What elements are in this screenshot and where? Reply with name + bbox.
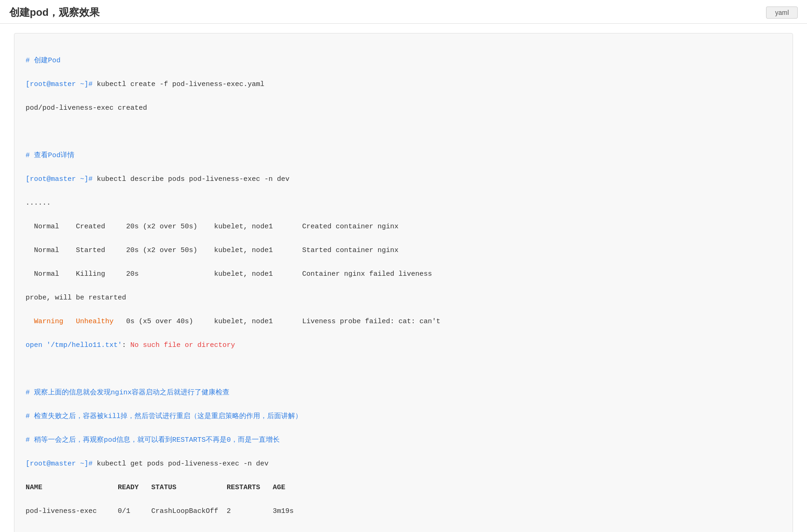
page-title: 创建pod，观察效果 <box>9 6 100 20</box>
dots-line: ...... <box>26 197 781 209</box>
section1-comment: # 创建Pod <box>26 55 781 67</box>
event-row3: Normal Killing 20s kubelet, node1 Contai… <box>26 268 781 280</box>
table-header-row: NAME READY STATUS RESTARTS AGE <box>26 482 781 494</box>
section2-comment: # 查看Pod详情 <box>26 150 781 162</box>
header-bar: 创建pod，观察效果 yaml <box>0 0 807 24</box>
blank2 <box>26 363 781 375</box>
event-row1: Normal Created 20s (x2 over 50s) kubelet… <box>26 221 781 233</box>
yaml-badge: yaml <box>766 7 798 19</box>
code-block: # 创建Pod [root@master ~]# kubectl create … <box>14 33 793 532</box>
section3-comment2: # 检查失败之后，容器被kill掉，然后尝试进行重启（这是重启策略的作用，后面讲… <box>26 411 781 423</box>
describe-cmd-line: [root@master ~]# kubectl describe pods p… <box>26 173 781 186</box>
get-pods-cmd: [root@master ~]# kubectl get pods pod-li… <box>26 458 781 470</box>
section3-comment1: # 观察上面的信息就会发现nginx容器启动之后就进行了健康检查 <box>26 387 781 399</box>
page-container: 创建pod，观察效果 yaml # 创建Pod [root@master ~]#… <box>0 0 807 532</box>
event-row4: Warning Unhealthy 0s (x5 over 40s) kubel… <box>26 316 781 328</box>
event-row3-cont: probe, will be restarted <box>26 292 781 304</box>
table-data-row: pod-liveness-exec 0/1 CrashLoopBackOff 2… <box>26 505 781 518</box>
create-output: pod/pod-liveness-exec created <box>26 102 781 114</box>
section3-comment3: # 稍等一会之后，再观察pod信息，就可以看到RESTARTS不再是0，而是一直… <box>26 434 781 446</box>
blank3 <box>26 529 781 532</box>
event-row2: Normal Started 20s (x2 over 50s) kubelet… <box>26 245 781 257</box>
content-area: # 创建Pod [root@master ~]# kubectl create … <box>0 24 807 532</box>
event-row4-cont: open '/tmp/hello11.txt': No such file or… <box>26 339 781 352</box>
create-cmd-line: [root@master ~]# kubectl create -f pod-l… <box>26 79 781 91</box>
blank1 <box>26 126 781 138</box>
